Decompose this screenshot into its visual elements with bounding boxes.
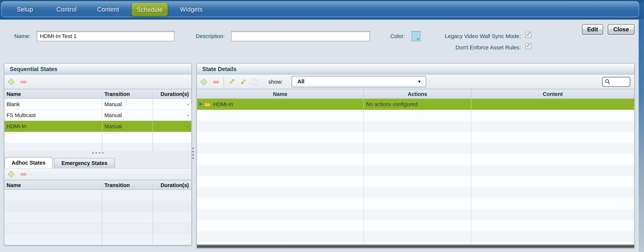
state-details-panel: State Details show: All ▼ xyxy=(196,63,634,248)
empty-row xyxy=(197,231,634,242)
add-state-icon[interactable] xyxy=(8,78,15,85)
asset-rules-checkbox[interactable]: ✓ xyxy=(525,43,532,49)
vertical-splitter-handle[interactable] xyxy=(192,148,194,159)
add-state-icon[interactable] xyxy=(8,171,15,178)
adhoc-states-table: Name Transition Duration(s) xyxy=(4,180,191,245)
show-filter-value: All xyxy=(297,78,304,84)
empty-row xyxy=(197,143,634,154)
expand-arrow-icon[interactable] xyxy=(200,102,202,106)
top-nav-bar: Setup Control Content Schedule Widgets xyxy=(0,0,644,20)
col-name: Name xyxy=(4,182,102,188)
col-transition: Transition xyxy=(102,91,152,97)
empty-row xyxy=(4,212,191,223)
tab-schedule[interactable]: Schedule xyxy=(131,2,168,16)
empty-row xyxy=(4,223,191,234)
col-duration: Duration(s) xyxy=(152,91,191,97)
empty-row xyxy=(197,187,634,198)
schedule-editor-page: Setup Control Content Schedule Widgets N… xyxy=(0,0,644,252)
state-details-table-header: Name Actions Content xyxy=(197,89,634,99)
description-input[interactable] xyxy=(231,31,370,41)
empty-row xyxy=(4,234,191,245)
col-duration: Duration(s) xyxy=(152,182,191,188)
state-details-title: State Details xyxy=(197,64,634,75)
empty-row xyxy=(197,176,634,187)
window-right-edge xyxy=(638,20,644,252)
empty-row xyxy=(197,165,634,176)
empty-row xyxy=(197,110,634,121)
col-name: Name xyxy=(197,91,364,97)
legacy-sync-checkbox[interactable]: ✓ xyxy=(525,32,532,38)
empty-row xyxy=(197,242,634,244)
empty-row xyxy=(197,132,634,143)
empty-row xyxy=(197,154,634,165)
col-transition: Transition xyxy=(102,182,152,188)
table-row[interactable]: FS Multicast Manual - xyxy=(4,110,191,121)
tab-widgets[interactable]: Widgets xyxy=(173,2,210,16)
show-filter-label: show: xyxy=(268,79,283,85)
name-label: Name: xyxy=(14,33,30,39)
empty-row xyxy=(4,201,191,212)
adhoc-states-toolbar xyxy=(4,168,191,180)
col-actions: Actions xyxy=(363,89,471,98)
close-button[interactable]: Close xyxy=(608,24,634,35)
remove-state-icon[interactable] xyxy=(20,78,27,85)
folder-icon xyxy=(204,102,211,107)
empty-row xyxy=(4,143,191,151)
table-row-selected[interactable]: HDMI-In Manual - xyxy=(4,121,191,132)
edit-button[interactable]: Edit xyxy=(582,24,603,35)
edit-pencil-icon[interactable] xyxy=(228,78,235,85)
tab-content[interactable]: Content xyxy=(90,2,126,16)
horizontal-splitter-handle[interactable] xyxy=(92,152,103,154)
sequential-states-table: Name Transition Duration(s) Blank Manual… xyxy=(4,89,191,151)
col-content: Content xyxy=(471,89,634,98)
sequential-states-panel: Sequential States Name Transition Durati… xyxy=(4,63,192,245)
empty-row xyxy=(4,132,191,143)
col-name: Name xyxy=(4,91,102,97)
checkmark-icon: ✓ xyxy=(526,30,531,38)
search-icon xyxy=(605,79,611,85)
state-details-table: Name Actions Content HDMI-In No actions … xyxy=(197,89,634,244)
table-row[interactable]: Blank Manual - xyxy=(4,99,191,110)
sequential-table-header: Name Transition Duration(s) xyxy=(4,89,191,99)
table-row-selected[interactable]: HDMI-In No actions configured xyxy=(197,99,634,110)
empty-row xyxy=(4,190,191,201)
name-input[interactable] xyxy=(37,31,175,41)
top-nav-tabstrip: Setup Control Content Schedule Widgets xyxy=(1,1,639,17)
legacy-sync-label: Legacy Video Wall Sync Mode: xyxy=(400,33,521,39)
empty-row xyxy=(197,121,634,132)
show-filter-dropdown[interactable]: All ▼ xyxy=(292,76,426,87)
remove-action-icon[interactable] xyxy=(212,78,219,85)
description-label: Description: xyxy=(196,33,225,39)
empty-row xyxy=(197,209,634,220)
add-action-icon[interactable] xyxy=(200,78,207,85)
tab-adhoc-states[interactable]: Adhoc States xyxy=(4,157,53,168)
tab-emergency-states[interactable]: Emergency States xyxy=(54,158,115,168)
sequential-states-toolbar xyxy=(4,75,191,89)
asset-rules-label: Don't Enforce Asset Rules: xyxy=(400,45,521,51)
paste-actions-icon[interactable] xyxy=(252,78,258,85)
state-details-toolbar: show: All ▼ xyxy=(197,75,634,89)
empty-row xyxy=(197,220,634,231)
remove-state-icon[interactable] xyxy=(20,171,27,178)
adhoc-table-header: Name Transition Duration(s) xyxy=(4,180,191,190)
toolbar-divider xyxy=(224,77,224,87)
panel-bottom-shadow xyxy=(197,244,634,248)
checkmark-icon: ✓ xyxy=(526,42,531,49)
sequential-states-title: Sequential States xyxy=(4,64,191,75)
erase-pencil-icon[interactable] xyxy=(240,78,247,85)
chevron-down-icon: ▼ xyxy=(417,79,421,84)
empty-row xyxy=(197,198,634,209)
search-input[interactable] xyxy=(602,77,630,87)
tab-control[interactable]: Control xyxy=(48,2,85,16)
tab-setup[interactable]: Setup xyxy=(6,2,43,16)
